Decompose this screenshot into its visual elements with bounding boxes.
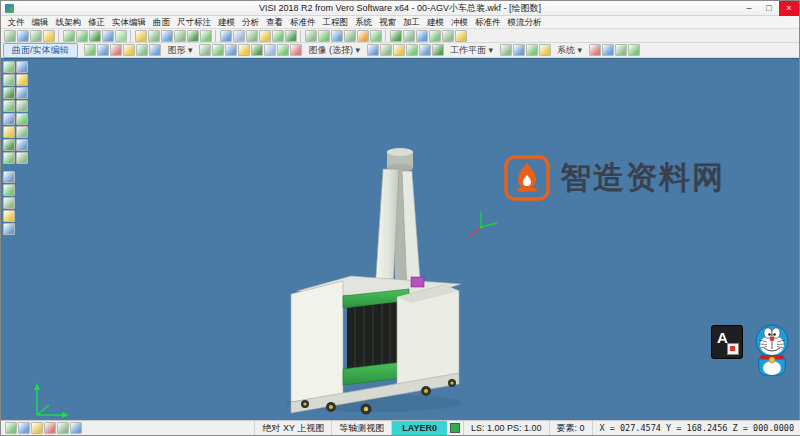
toolbar-group-label[interactable]: 图像 (选择) ▾: [309, 44, 361, 57]
menu-item-6[interactable]: 曲面: [150, 16, 174, 29]
tool-icon[interactable]: [17, 30, 29, 42]
tool-icon[interactable]: [16, 74, 28, 86]
tool-icon[interactable]: [110, 44, 122, 56]
tool-icon[interactable]: [318, 30, 330, 42]
tool-icon[interactable]: [513, 44, 525, 56]
menu-item-11[interactable]: 标准件: [287, 16, 320, 29]
tool-icon[interactable]: [84, 44, 96, 56]
status-view-name[interactable]: 等轴测视图: [331, 421, 391, 435]
tool-icon[interactable]: [148, 30, 160, 42]
viewport[interactable]: 智造资料网 A: [1, 58, 799, 422]
menu-item-1[interactable]: 文件: [4, 16, 28, 29]
active-panel-tab[interactable]: 曲面/实体编辑: [3, 43, 78, 58]
tool-icon[interactable]: [3, 197, 15, 209]
tool-icon[interactable]: [199, 44, 211, 56]
tool-icon[interactable]: [76, 30, 88, 42]
tool-icon[interactable]: [212, 44, 224, 56]
tool-icon[interactable]: [3, 74, 15, 86]
menu-item-12[interactable]: 工程图: [319, 16, 352, 29]
tool-icon[interactable]: [16, 139, 28, 151]
tool-icon[interactable]: [526, 44, 538, 56]
tool-icon[interactable]: [16, 61, 28, 73]
menu-item-14[interactable]: 视窗: [376, 16, 400, 29]
close-button[interactable]: ×: [779, 1, 799, 16]
tool-icon[interactable]: [500, 44, 512, 56]
tool-icon[interactable]: [16, 113, 28, 125]
menu-item-7[interactable]: 尺寸标注: [174, 16, 215, 29]
tool-icon[interactable]: [403, 30, 415, 42]
tool-icon[interactable]: [89, 30, 101, 42]
tool-icon[interactable]: [57, 422, 69, 434]
toolbar-group-label[interactable]: 系统 ▾: [557, 44, 582, 57]
menu-item-16[interactable]: 建模: [424, 16, 448, 29]
tool-icon[interactable]: [3, 184, 15, 196]
tool-icon[interactable]: [380, 44, 392, 56]
tool-icon[interactable]: [344, 30, 356, 42]
tool-icon[interactable]: [393, 44, 405, 56]
tool-icon[interactable]: [277, 44, 289, 56]
tool-icon[interactable]: [3, 100, 15, 112]
tool-icon[interactable]: [259, 30, 271, 42]
menu-item-5[interactable]: 实体编辑: [109, 16, 150, 29]
menu-item-2[interactable]: 编辑: [28, 16, 52, 29]
tool-icon[interactable]: [161, 30, 173, 42]
tool-icon[interactable]: [3, 61, 15, 73]
tool-icon[interactable]: [432, 44, 444, 56]
tool-icon[interactable]: [123, 44, 135, 56]
tool-icon[interactable]: [18, 422, 30, 434]
menu-item-18[interactable]: 标准件: [472, 16, 505, 29]
tool-icon[interactable]: [539, 44, 551, 56]
tool-icon[interactable]: [589, 44, 601, 56]
tool-icon[interactable]: [442, 30, 454, 42]
menu-item-8[interactable]: 建模: [215, 16, 239, 29]
tool-icon[interactable]: [264, 44, 276, 56]
tool-icon[interactable]: [63, 30, 75, 42]
tool-icon[interactable]: [115, 30, 127, 42]
tool-icon[interactable]: [136, 44, 148, 56]
tool-icon[interactable]: [3, 126, 15, 138]
tool-icon[interactable]: [390, 30, 402, 42]
tool-icon[interactable]: [97, 44, 109, 56]
tool-icon[interactable]: [225, 44, 237, 56]
tool-icon[interactable]: [31, 422, 43, 434]
toolbar-group-label[interactable]: 图形 ▾: [168, 44, 193, 57]
tool-icon[interactable]: [429, 30, 441, 42]
tool-icon[interactable]: [290, 44, 302, 56]
menu-item-15[interactable]: 加工: [400, 16, 424, 29]
current-color-swatch[interactable]: [450, 423, 460, 433]
menu-item-13[interactable]: 系统: [352, 16, 376, 29]
tool-icon[interactable]: [44, 422, 56, 434]
tool-icon[interactable]: [5, 422, 17, 434]
tool-icon[interactable]: [628, 44, 640, 56]
menu-item-4[interactable]: 修正: [85, 16, 109, 29]
tool-icon[interactable]: [187, 30, 199, 42]
annotation-style-box[interactable]: A: [711, 325, 743, 359]
tool-icon[interactable]: [615, 44, 627, 56]
tool-icon[interactable]: [3, 113, 15, 125]
tool-icon[interactable]: [200, 30, 212, 42]
status-workplane[interactable]: 绝对 XY 上视图: [254, 421, 331, 435]
tool-icon[interactable]: [285, 30, 297, 42]
tool-icon[interactable]: [135, 30, 147, 42]
tool-icon[interactable]: [30, 30, 42, 42]
minimize-button[interactable]: –: [739, 1, 759, 16]
tool-icon[interactable]: [4, 30, 16, 42]
tool-icon[interactable]: [370, 30, 382, 42]
tool-icon[interactable]: [3, 171, 15, 183]
tool-icon[interactable]: [3, 139, 15, 151]
tool-icon[interactable]: [3, 152, 15, 164]
tool-icon[interactable]: [455, 30, 467, 42]
tool-icon[interactable]: [331, 30, 343, 42]
tool-icon[interactable]: [602, 44, 614, 56]
tool-icon[interactable]: [406, 44, 418, 56]
tool-icon[interactable]: [272, 30, 284, 42]
tool-icon[interactable]: [16, 87, 28, 99]
tool-icon[interactable]: [416, 30, 428, 42]
menu-item-3[interactable]: 线架构: [52, 16, 85, 29]
tool-icon[interactable]: [246, 30, 258, 42]
status-layer-chip[interactable]: LAYER0: [391, 421, 447, 435]
tool-icon[interactable]: [233, 30, 245, 42]
tool-icon[interactable]: [174, 30, 186, 42]
menu-item-19[interactable]: 模流分析: [504, 16, 545, 29]
toolbar-group-label[interactable]: 工作平面 ▾: [450, 44, 493, 57]
